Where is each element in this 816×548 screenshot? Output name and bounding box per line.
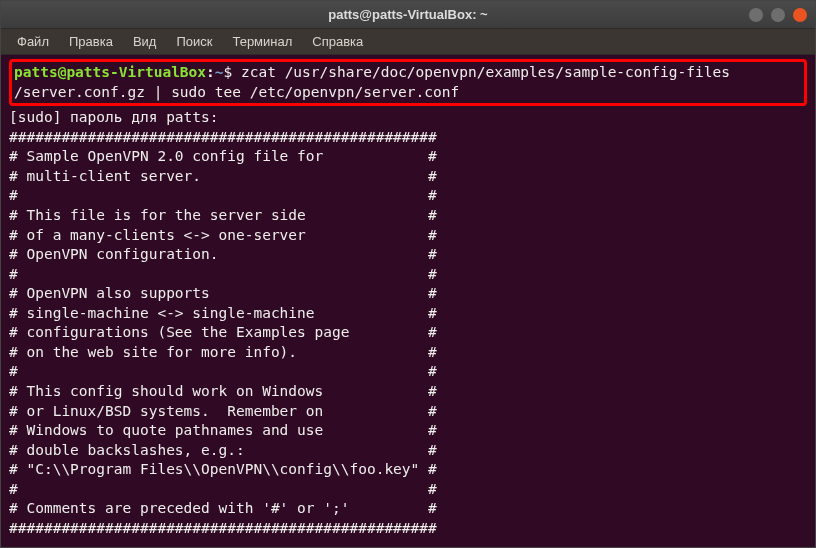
menu-terminal[interactable]: Терминал xyxy=(224,32,300,51)
output-line: # configurations (See the Examples page … xyxy=(9,323,807,343)
minimize-icon[interactable] xyxy=(749,8,763,22)
terminal-window: patts@patts-VirtualBox: ~ Файл Правка Ви… xyxy=(0,0,816,548)
command-text-line2: /server.conf.gz | sudo tee /etc/openvpn/… xyxy=(14,84,459,100)
prompt-user-host: patts@patts-VirtualBox xyxy=(14,64,206,80)
sudo-prompt: [sudo] пароль для patts: xyxy=(9,108,807,128)
menu-view[interactable]: Вид xyxy=(125,32,165,51)
prompt-line-2: /server.conf.gz | sudo tee /etc/openvpn/… xyxy=(14,83,802,103)
menubar: Файл Правка Вид Поиск Терминал Справка xyxy=(1,29,815,55)
output-line: # Comments are preceded with '#' or ';' … xyxy=(9,499,807,519)
close-icon[interactable] xyxy=(793,8,807,22)
output-line: # single-machine <-> single-machine # xyxy=(9,304,807,324)
prompt-line-1: patts@patts-VirtualBox:~$ zcat /usr/shar… xyxy=(14,63,802,83)
output-line: # on the web site for more info). # xyxy=(9,343,807,363)
window-controls xyxy=(749,8,807,22)
output-line: # # xyxy=(9,480,807,500)
menu-search[interactable]: Поиск xyxy=(168,32,220,51)
output-line: # double backslashes, e.g.: # xyxy=(9,441,807,461)
prompt-dollar: $ xyxy=(224,64,233,80)
menu-file[interactable]: Файл xyxy=(9,32,57,51)
output-line: # # xyxy=(9,362,807,382)
prompt-path: ~ xyxy=(215,64,224,80)
maximize-icon[interactable] xyxy=(771,8,785,22)
terminal-body[interactable]: patts@patts-VirtualBox:~$ zcat /usr/shar… xyxy=(1,55,815,547)
output-line: # multi-client server. # xyxy=(9,167,807,187)
output-line: # or Linux/BSD systems. Remember on # xyxy=(9,402,807,422)
menu-help[interactable]: Справка xyxy=(304,32,371,51)
output-line: # of a many-clients <-> one-server # xyxy=(9,226,807,246)
prompt-colon: : xyxy=(206,64,215,80)
output-line: # # xyxy=(9,265,807,285)
output-line: # This config should work on Windows # xyxy=(9,382,807,402)
output-line: ########################################… xyxy=(9,519,807,539)
output-line: # Windows to quote pathnames and use # xyxy=(9,421,807,441)
menu-edit[interactable]: Правка xyxy=(61,32,121,51)
output-line: # OpenVPN also supports # xyxy=(9,284,807,304)
output-line: ########################################… xyxy=(9,128,807,148)
output-line: # Sample OpenVPN 2.0 config file for # xyxy=(9,147,807,167)
output-line: # OpenVPN configuration. # xyxy=(9,245,807,265)
highlighted-command: patts@patts-VirtualBox:~$ zcat /usr/shar… xyxy=(9,59,807,106)
output-line: # # xyxy=(9,186,807,206)
window-title: patts@patts-VirtualBox: ~ xyxy=(328,7,487,22)
output-line: # This file is for the server side # xyxy=(9,206,807,226)
output-line: # "C:\\Program Files\\OpenVPN\\config\\f… xyxy=(9,460,807,480)
titlebar: patts@patts-VirtualBox: ~ xyxy=(1,1,815,29)
command-text-line1: zcat /usr/share/doc/openvpn/examples/sam… xyxy=(232,64,730,80)
